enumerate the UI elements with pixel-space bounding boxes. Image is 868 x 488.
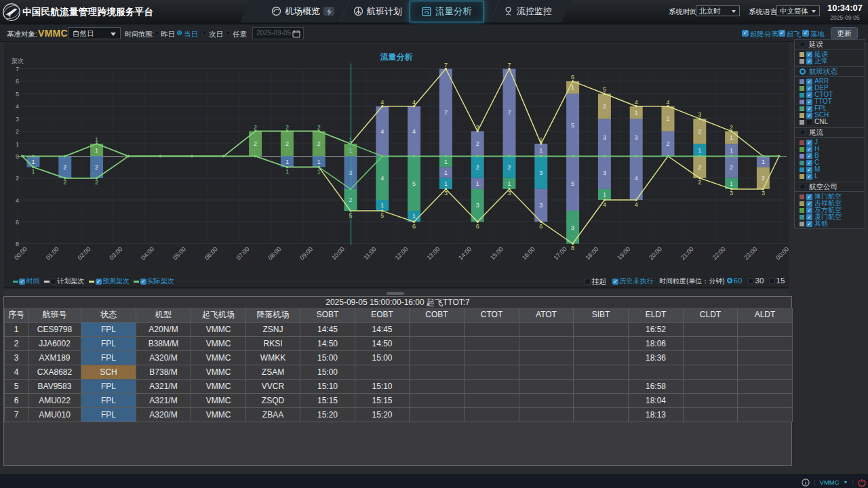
svg-text:4: 4: [16, 103, 19, 110]
svg-text:2: 2: [666, 115, 669, 122]
svg-text:2: 2: [317, 140, 321, 147]
svg-text:3: 3: [539, 169, 542, 176]
svg-text:3: 3: [507, 190, 511, 197]
svg-text:09:00: 09:00: [298, 245, 314, 261]
svg-text:8: 8: [16, 241, 19, 247]
svg-text:3: 3: [603, 169, 606, 176]
svg-text:1: 1: [95, 147, 98, 154]
svg-text:10:00: 10:00: [330, 245, 346, 261]
svg-text:3: 3: [539, 202, 542, 209]
svg-text:2: 2: [698, 128, 701, 135]
svg-text:4: 4: [635, 175, 638, 182]
svg-text:03:00: 03:00: [108, 245, 123, 261]
svg-text:5: 5: [571, 180, 574, 187]
svg-text:6: 6: [412, 223, 416, 230]
svg-text:1: 1: [507, 180, 511, 187]
svg-text:5: 5: [571, 122, 574, 129]
svg-text:3: 3: [476, 202, 479, 209]
svg-text:13:00: 13:00: [425, 245, 441, 261]
svg-text:2: 2: [16, 175, 19, 182]
svg-text:7: 7: [16, 66, 19, 73]
svg-text:00:00: 00:00: [13, 245, 28, 261]
svg-text:4: 4: [380, 99, 384, 106]
svg-text:12:00: 12:00: [394, 245, 410, 261]
svg-text:3: 3: [698, 111, 701, 118]
svg-text:2: 2: [63, 164, 66, 171]
svg-text:19:00: 19:00: [616, 245, 631, 261]
svg-text:2: 2: [666, 140, 669, 147]
svg-text:4: 4: [380, 128, 384, 135]
svg-text:5: 5: [603, 86, 606, 93]
svg-text:1: 1: [730, 180, 733, 187]
svg-text:11:00: 11:00: [362, 245, 378, 261]
svg-text:5: 5: [380, 212, 384, 219]
svg-text:2: 2: [95, 164, 98, 171]
svg-text:14:00: 14:00: [457, 245, 473, 261]
svg-text:01:00: 01:00: [45, 245, 60, 261]
svg-text:1: 1: [285, 159, 289, 165]
svg-text:5: 5: [412, 180, 416, 187]
svg-text:04:00: 04:00: [140, 245, 155, 261]
svg-text:1: 1: [31, 159, 35, 165]
svg-text:18:00: 18:00: [584, 245, 599, 261]
svg-text:2: 2: [254, 124, 257, 131]
svg-text:3: 3: [730, 190, 733, 197]
svg-text:06:00: 06:00: [203, 245, 219, 261]
svg-text:4: 4: [666, 99, 669, 106]
svg-text:1: 1: [603, 191, 606, 198]
svg-text:00:00: 00:00: [774, 245, 789, 261]
svg-text:1: 1: [730, 134, 733, 141]
svg-text:3: 3: [635, 134, 638, 141]
svg-text:1: 1: [95, 136, 98, 143]
svg-text:3: 3: [16, 116, 19, 123]
svg-text:0: 0: [16, 153, 19, 160]
svg-text:02:00: 02:00: [77, 245, 92, 261]
svg-text:1: 1: [762, 159, 765, 165]
svg-text:1: 1: [730, 147, 733, 154]
svg-text:5: 5: [349, 212, 352, 219]
svg-text:2: 2: [698, 179, 701, 186]
svg-text:21:00: 21:00: [679, 245, 695, 261]
svg-text:1: 1: [349, 147, 352, 154]
svg-text:1: 1: [16, 141, 19, 148]
svg-text:2: 2: [730, 124, 733, 131]
svg-text:3: 3: [762, 190, 765, 197]
svg-text:7: 7: [507, 109, 511, 116]
svg-text:2: 2: [16, 128, 19, 135]
svg-text:15:00: 15:00: [489, 245, 505, 261]
svg-text:2: 2: [285, 124, 289, 131]
svg-text:2: 2: [63, 179, 66, 186]
svg-text:1: 1: [31, 168, 35, 175]
svg-text:2: 2: [254, 140, 257, 147]
svg-text:16:00: 16:00: [521, 245, 536, 261]
svg-text:23:00: 23:00: [743, 245, 758, 261]
svg-text:1: 1: [380, 202, 384, 209]
svg-text:2: 2: [730, 164, 733, 171]
svg-text:4: 4: [635, 99, 638, 106]
svg-text:07:00: 07:00: [235, 245, 251, 261]
svg-text:2: 2: [476, 140, 479, 147]
svg-text:3: 3: [603, 134, 606, 141]
svg-text:1: 1: [571, 84, 574, 91]
svg-text:4: 4: [412, 128, 416, 135]
svg-text:8: 8: [571, 245, 574, 251]
svg-text:2: 2: [476, 164, 479, 171]
svg-text:2: 2: [762, 175, 765, 182]
svg-text:2: 2: [507, 164, 511, 171]
svg-text:2: 2: [285, 140, 289, 147]
svg-text:2: 2: [698, 164, 701, 171]
svg-text:1: 1: [635, 109, 638, 116]
svg-text:4: 4: [635, 201, 638, 208]
svg-text:3: 3: [444, 190, 448, 197]
svg-text:3: 3: [349, 169, 352, 176]
svg-text:20:00: 20:00: [648, 245, 663, 261]
svg-text:5: 5: [16, 91, 19, 98]
svg-text:05:00: 05:00: [172, 245, 187, 261]
svg-text:1: 1: [444, 159, 448, 165]
svg-text:7: 7: [444, 109, 448, 116]
svg-text:1: 1: [698, 147, 701, 154]
svg-text:1: 1: [476, 180, 479, 187]
svg-text:6: 6: [571, 74, 574, 81]
svg-text:1: 1: [539, 147, 542, 154]
svg-text:1: 1: [317, 159, 321, 165]
